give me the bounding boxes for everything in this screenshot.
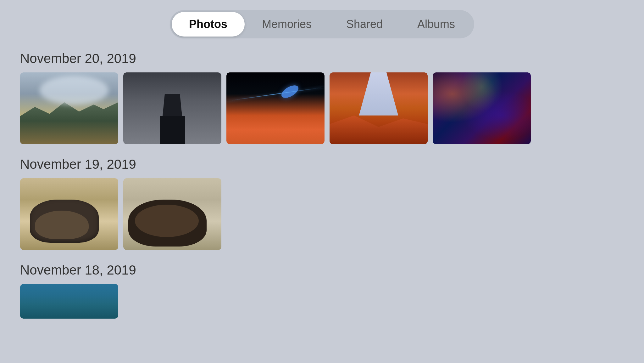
photo-item[interactable] — [330, 72, 428, 144]
date-label-nov20: November 20, 2019 — [20, 51, 624, 66]
photo-item[interactable] — [226, 72, 325, 144]
photo-nov20-1[interactable] — [20, 72, 118, 144]
app-container: Photos Memories Shared Albums November 2… — [0, 0, 644, 319]
photo-nov20-5[interactable] — [433, 72, 531, 144]
photo-library: November 20, 2019 N — [0, 51, 644, 319]
tab-memories[interactable]: Memories — [245, 12, 329, 37]
photo-grid-nov20 — [20, 72, 624, 144]
photo-item[interactable] — [20, 284, 118, 319]
photo-grid-nov18 — [20, 284, 624, 319]
tab-bar: Photos Memories Shared Albums — [0, 0, 644, 51]
photo-nov20-2[interactable] — [123, 72, 221, 144]
tab-shared[interactable]: Shared — [329, 12, 400, 37]
photo-item[interactable] — [123, 72, 221, 144]
date-section-nov19: November 19, 2019 — [20, 157, 624, 250]
date-label-nov18: November 18, 2019 — [20, 263, 624, 278]
photo-item[interactable] — [20, 178, 118, 250]
photo-item[interactable] — [433, 72, 531, 144]
photo-item[interactable] — [20, 72, 118, 144]
tab-group: Photos Memories Shared Albums — [170, 10, 474, 38]
photo-nov20-4[interactable] — [330, 72, 428, 144]
date-section-nov20: November 20, 2019 — [20, 51, 624, 144]
photo-nov19-2[interactable] — [123, 178, 221, 250]
tab-photos[interactable]: Photos — [172, 12, 245, 37]
photo-nov20-3[interactable] — [226, 72, 325, 144]
photo-nov19-1[interactable] — [20, 178, 118, 250]
tab-albums[interactable]: Albums — [400, 12, 472, 37]
photo-item[interactable] — [123, 178, 221, 250]
date-label-nov19: November 19, 2019 — [20, 157, 624, 172]
photo-nov18-1[interactable] — [20, 284, 118, 319]
date-section-nov18: November 18, 2019 — [20, 263, 624, 319]
photo-grid-nov19 — [20, 178, 624, 250]
